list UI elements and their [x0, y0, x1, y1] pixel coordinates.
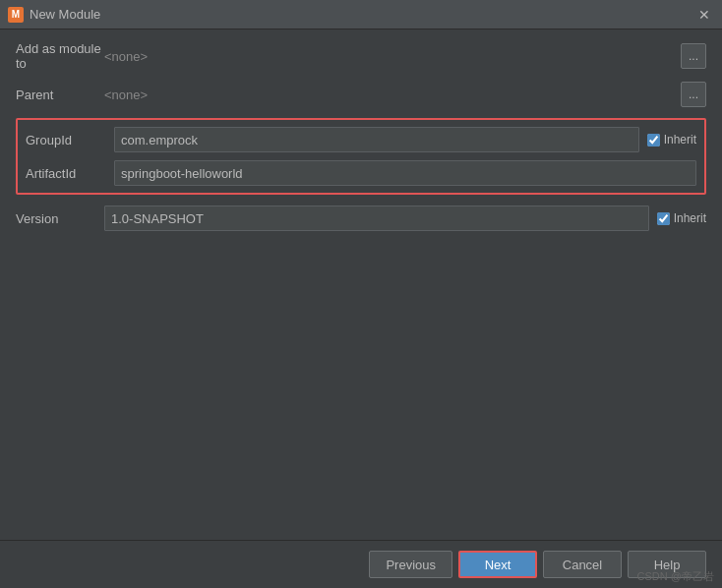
version-label: Version — [16, 211, 104, 226]
group-id-inherit-label: Inherit — [664, 133, 696, 147]
version-input[interactable] — [104, 206, 649, 231]
cancel-button[interactable]: Cancel — [543, 551, 622, 578]
group-id-row: GroupId Inherit — [26, 126, 696, 153]
parent-input-group: <none> ... — [104, 82, 706, 107]
app-icon: M — [8, 7, 24, 23]
parent-label: Parent — [16, 88, 104, 102]
parent-row: Parent <none> ... — [16, 81, 706, 108]
parent-value: <none> — [104, 88, 148, 102]
previous-button[interactable]: Previous — [369, 551, 452, 578]
add-as-module-label: Add as module to — [16, 41, 104, 71]
artifact-id-label: ArtifactId — [26, 166, 114, 181]
dialog-title: New Module — [30, 7, 100, 22]
add-as-module-row: Add as module to <none> ... — [16, 41, 706, 71]
group-id-inherit-checkbox[interactable] — [647, 134, 660, 147]
version-inherit-checkbox[interactable] — [657, 212, 670, 225]
version-row: Version Inherit — [16, 205, 706, 232]
title-bar: M New Module ✕ — [0, 0, 722, 29]
content-spacer — [16, 242, 706, 528]
next-button[interactable]: Next — [458, 551, 537, 578]
close-button[interactable]: ✕ — [694, 5, 714, 25]
group-id-label: GroupId — [26, 133, 114, 147]
highlight-group: GroupId Inherit ArtifactId — [16, 118, 706, 195]
artifact-id-row: ArtifactId — [26, 159, 696, 187]
add-as-module-input-group: <none> ... — [104, 43, 706, 69]
group-id-input[interactable] — [114, 127, 639, 152]
new-module-dialog: M New Module ✕ Add as module to <none> .… — [0, 0, 722, 588]
version-inherit-group: Inherit — [657, 211, 706, 225]
parent-dots-button[interactable]: ... — [681, 82, 706, 107]
version-inherit-label: Inherit — [674, 211, 706, 225]
group-id-input-group: Inherit — [114, 127, 696, 152]
watermark: CSDN @帝乙岩 — [637, 569, 714, 584]
group-id-inherit-group: Inherit — [647, 133, 696, 147]
add-as-module-dots-button[interactable]: ... — [681, 43, 706, 69]
artifact-id-input-group — [114, 160, 696, 186]
dialog-content: Add as module to <none> ... Parent <none… — [0, 29, 722, 540]
add-as-module-value: <none> — [104, 49, 148, 64]
version-input-group: Inherit — [104, 206, 706, 231]
dialog-footer: Previous Next Cancel Help — [0, 540, 722, 588]
artifact-id-input[interactable] — [114, 160, 696, 186]
title-bar-left: M New Module — [8, 7, 100, 23]
